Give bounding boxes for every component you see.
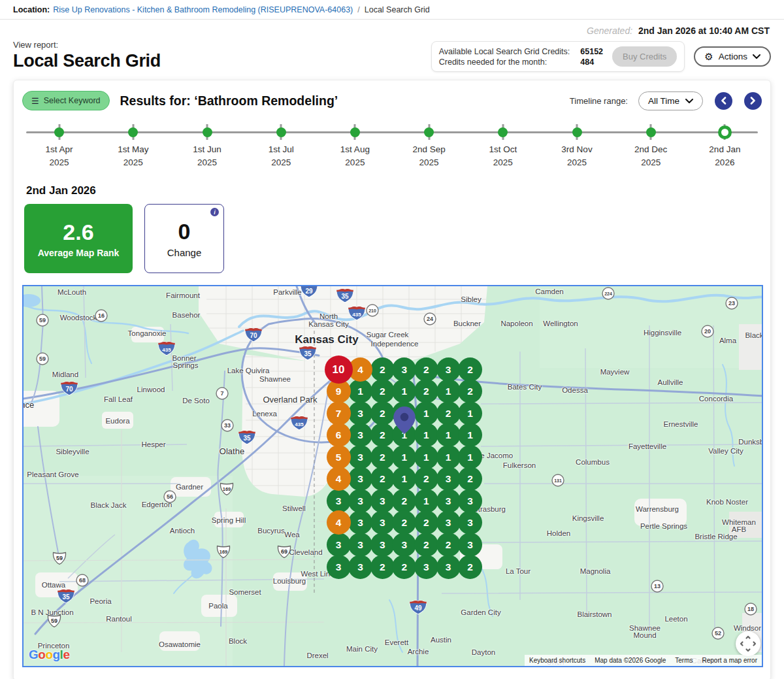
location-link[interactable]: Rise Up Renovations - Kitchen & Bathroom… xyxy=(53,5,353,14)
grid-rank-cell[interactable]: 2 xyxy=(370,379,395,403)
grid-rank-cell[interactable]: 3 xyxy=(348,445,372,469)
grid-rank-cell[interactable]: 3 xyxy=(370,489,395,513)
grid-rank-cell[interactable]: 1 xyxy=(414,445,438,469)
grid-rank-cell[interactable]: 3 xyxy=(348,401,372,425)
grid-rank-cell[interactable]: 3 xyxy=(414,555,438,579)
buy-credits-button[interactable]: Buy Credits xyxy=(612,46,677,67)
grid-rank-cell[interactable]: 4 xyxy=(327,467,351,491)
timeline-point[interactable]: 1st Apr2025 xyxy=(30,124,89,169)
grid-rank-cell[interactable]: 3 xyxy=(370,510,395,535)
timeline-point[interactable]: 1st Oct2025 xyxy=(474,124,532,169)
grid-rank-cell[interactable]: 6 xyxy=(327,423,351,447)
grid-rank-cell[interactable]: 3 xyxy=(392,357,416,382)
grid-rank-cell[interactable]: 2 xyxy=(370,357,395,382)
grid-rank-cell[interactable]: 3 xyxy=(327,555,351,579)
grid-rank-cell[interactable]: 2 xyxy=(370,423,395,447)
timeline-point[interactable]: 2nd Sep2025 xyxy=(400,124,459,169)
grid-rank-cell[interactable]: 3 xyxy=(458,489,482,513)
grid-rank-cell[interactable]: 2 xyxy=(414,379,438,403)
grid-rank-cell[interactable]: 2 xyxy=(370,555,395,579)
map-place-label: Camden xyxy=(535,288,563,295)
attribution-link[interactable]: Keyboard shortcuts xyxy=(525,655,590,666)
grid-rank-cell[interactable]: 2 xyxy=(370,401,395,425)
grid-rank-cell[interactable]: 3 xyxy=(436,467,461,491)
timeline-dot[interactable] xyxy=(572,127,582,137)
grid-rank-cell[interactable]: 4 xyxy=(327,510,351,535)
timeline-dot[interactable] xyxy=(646,127,656,137)
grid-rank-cell[interactable]: 1 xyxy=(458,423,482,447)
map-place-label: Springs xyxy=(173,361,199,369)
actions-button[interactable]: ⚙ Actions xyxy=(694,46,771,67)
location-label: Location: xyxy=(13,5,50,14)
grid-rank-cell[interactable]: 2 xyxy=(414,467,438,491)
grid-rank-cell[interactable]: 2 xyxy=(458,555,482,579)
grid-rank-cell[interactable]: 7 xyxy=(327,401,351,425)
timeline-dot-selected[interactable] xyxy=(718,125,732,139)
grid-rank-cell[interactable]: 1 xyxy=(458,445,482,469)
grid-rank-cell[interactable]: 2 xyxy=(436,401,461,425)
svg-text:35: 35 xyxy=(304,350,312,357)
timeline-dot[interactable] xyxy=(203,127,212,137)
timeline-prev-button[interactable] xyxy=(715,92,732,110)
grid-rank-cell[interactable]: 1 xyxy=(414,401,438,425)
grid-rank-cell[interactable]: 1 xyxy=(436,445,461,469)
grid-rank-cell[interactable]: 3 xyxy=(370,533,395,557)
grid-rank-cell[interactable]: 3 xyxy=(348,533,372,557)
grid-rank-cell[interactable]: 3 xyxy=(348,555,372,579)
grid-rank-cell[interactable]: 1 xyxy=(348,379,372,403)
grid-rank-cell[interactable]: 10 xyxy=(325,356,353,384)
grid-rank-cell[interactable]: 2 xyxy=(392,489,416,513)
timeline-point[interactable]: 1st Jun2025 xyxy=(178,124,237,169)
grid-rank-cell[interactable]: 3 xyxy=(392,533,416,557)
grid-rank-cell[interactable]: 3 xyxy=(436,489,461,513)
timeline-point[interactable]: 1st Jul2025 xyxy=(252,124,310,169)
timeline-dot[interactable] xyxy=(276,127,286,137)
grid-rank-cell[interactable]: 1 xyxy=(414,489,438,513)
grid-rank-cell[interactable]: 2 xyxy=(458,379,482,403)
grid-rank-cell[interactable]: 3 xyxy=(436,357,461,382)
grid-rank-cell[interactable]: 3 xyxy=(458,533,482,557)
map-pan-control[interactable] xyxy=(736,631,760,656)
attribution-text: Map data ©2026 Google xyxy=(590,655,670,666)
grid-rank-cell[interactable]: 2 xyxy=(370,445,395,469)
map-place-label: Sibleyville xyxy=(56,448,89,455)
timeline-dot[interactable] xyxy=(54,127,64,137)
grid-rank-cell[interactable]: 1 xyxy=(414,423,438,447)
timeline-point[interactable]: 2nd Dec2025 xyxy=(621,124,680,169)
timeline-point[interactable]: 1st May2025 xyxy=(104,124,163,169)
grid-rank-cell[interactable]: 2 xyxy=(392,555,416,579)
timeline-point[interactable]: 3rd Nov2025 xyxy=(547,124,606,169)
google-logo[interactable]: Google xyxy=(29,648,69,662)
grid-rank-cell[interactable]: 2 xyxy=(414,533,438,557)
grid-rank-cell[interactable]: 3 xyxy=(436,510,461,535)
timeline-dot[interactable] xyxy=(498,127,508,137)
map-place-label: Bristle Ridge xyxy=(694,533,737,540)
timeline-point[interactable]: 1st Aug2025 xyxy=(325,124,384,169)
grid-rank-cell[interactable]: 3 xyxy=(348,489,372,513)
timeline-point[interactable]: 2nd Jan2026 xyxy=(695,124,754,169)
attribution-link[interactable]: Terms xyxy=(670,655,697,666)
timeline-next-button[interactable] xyxy=(744,92,762,110)
grid-rank-cell[interactable]: 1 xyxy=(458,401,482,425)
timeline-dot[interactable] xyxy=(424,127,434,137)
grid-rank-cell[interactable]: 3 xyxy=(348,423,372,447)
grid-rank-cell[interactable]: 3 xyxy=(436,555,461,579)
grid-rank-cell[interactable]: 5 xyxy=(327,445,351,469)
svg-text:169: 169 xyxy=(223,486,231,492)
grid-rank-cell[interactable]: 3 xyxy=(327,533,351,557)
local-search-grid-map[interactable]: McLouthFairmountParkvilleSibleyCamdenWoo… xyxy=(22,285,763,667)
grid-rank-cell[interactable]: 1 xyxy=(436,423,461,447)
grid-rank-cell[interactable]: 2 xyxy=(370,467,395,491)
grid-rank-cell[interactable]: 2 xyxy=(458,357,482,382)
grid-rank-cell[interactable]: 1 xyxy=(392,445,416,469)
grid-rank-cell[interactable]: 3 xyxy=(327,489,351,513)
info-icon[interactable]: i xyxy=(210,208,219,216)
grid-rank-cell[interactable]: 2 xyxy=(436,533,461,557)
timeline-dot[interactable] xyxy=(350,127,360,137)
select-keyword-button[interactable]: ☰ Select Keyword xyxy=(22,91,110,110)
timeline-dot[interactable] xyxy=(128,127,138,137)
grid-rank-cell[interactable]: 1 xyxy=(436,379,461,403)
grid-rank-cell[interactable]: 2 xyxy=(414,357,438,382)
attribution-link[interactable]: Report a map error xyxy=(698,655,762,666)
timeline-range-select[interactable]: All Time xyxy=(638,91,703,110)
